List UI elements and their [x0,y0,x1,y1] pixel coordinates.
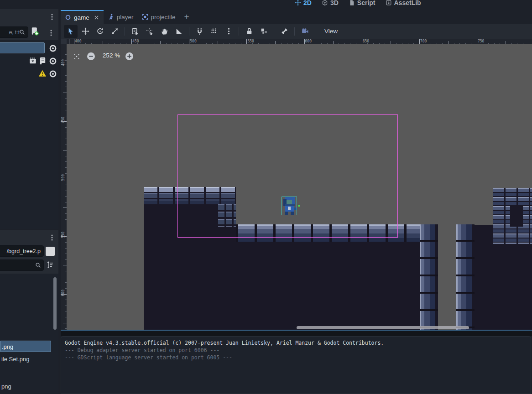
grid-snap-button[interactable] [207,25,221,38]
file-list-scrollbar-thumb[interactable] [53,277,57,330]
h-ruler-label: 650 [363,39,369,43]
player-runner-icon [108,14,114,20]
view-menu-button[interactable]: View [318,28,344,35]
canvas-horizontal-scrollbar[interactable] [297,326,469,329]
toolbar-separator [125,27,125,36]
workspace-switcher: 2D3DScriptAssetLib [292,0,424,9]
rotate-button[interactable] [93,25,107,38]
group-button[interactable] [257,25,271,38]
script-workspace-icon [349,0,355,6]
zoom-in-button[interactable] [125,52,134,61]
filesystem-dock: .pngile Set.pngpng [0,230,58,394]
filesystem-path-input[interactable] [0,245,44,257]
tilemap-pit-right-column [456,224,475,330]
output-log: Godot Engine v4.3.stable.official (c) 20… [65,339,527,361]
snap-options-dots-button[interactable] [222,25,235,38]
pan-hand-button[interactable] [157,25,171,38]
smart-snap-magnet-button[interactable] [193,25,206,38]
workspace-2d-icon [295,0,301,6]
player-selection-box [282,197,297,215]
scene-tab-label: game [74,14,89,21]
file-row[interactable]: png [0,381,51,392]
lock-button[interactable] [242,25,256,38]
script-icon [38,57,47,65]
h-ruler-label: 400 [75,39,81,43]
row-icons [29,57,47,65]
scene-tree-row[interactable] [0,67,58,79]
workspace-script-button[interactable]: Script [346,0,378,6]
camera-override-button[interactable] [298,25,312,38]
filesystem-dock-menu-button[interactable] [48,233,57,241]
file-list[interactable]: .pngile Set.pngpng [0,274,58,394]
file-row[interactable]: ile Set.png [0,353,51,365]
projectile-frame-icon [142,14,148,20]
scale-button[interactable] [108,25,121,38]
vertical-ruler: 400450500550600 [61,44,67,330]
v-ruler-label: 400 [61,59,65,66]
filesystem-toggle-split-button[interactable] [46,247,55,256]
toolbar-separator [294,27,295,36]
pivot-button[interactable] [143,25,156,38]
search-icon [19,29,25,35]
scene-tree-row[interactable] [0,42,58,54]
smart-snap-magnet-icon [196,27,203,35]
scene-tree[interactable] [0,40,58,229]
file-list-scrollbar[interactable] [53,274,57,394]
skeleton-bone-button[interactable] [277,25,291,38]
scene-tab-bar: gameplayerprojectile+ [61,10,532,24]
ruler-corner [61,39,67,44]
horizontal-ruler: 400450500550600650700750 [67,39,532,44]
selected-row-highlight [0,42,45,53]
canvas-toolbar: View [61,24,532,39]
scene-dock-menu-button[interactable] [48,12,57,21]
scene-node-circle-icon [65,14,71,21]
visibility-eye-button[interactable] [49,69,57,78]
scene-tab-projectile[interactable]: projectile [138,10,180,24]
workspace-3d-button[interactable]: 3D [319,0,341,6]
scene-tree-row[interactable] [0,55,58,67]
attach-script-button[interactable] [30,27,41,38]
main-menu-bar: 2D3DScriptAssetLib [0,0,532,9]
close-icon[interactable] [94,15,99,21]
ruler-button[interactable] [172,25,186,38]
group-icon [260,27,268,35]
h-ruler-label: 550 [247,39,254,43]
scene-tab-label: projectile [151,14,176,21]
center-view-button[interactable] [73,52,80,59]
scene-filter-menu-button[interactable] [47,28,56,36]
animated-sprite-icon [29,57,37,65]
visibility-eye-button[interactable] [49,57,57,65]
h-ruler-label: 450 [132,39,139,43]
skeleton-bone-icon [281,27,288,35]
visibility-eye-button[interactable] [49,44,57,52]
scene-filter-row [0,24,58,40]
add-scene-tab-button[interactable]: + [180,10,194,24]
eye-icon [49,44,57,52]
assetlib-icon [386,0,392,6]
scene-tab-label: player [117,14,134,21]
workspace-label: 3D [330,0,339,6]
workspace-assetlib-button[interactable]: AssetLib [383,0,424,6]
scene-dock [0,9,58,229]
scale-icon [111,27,119,35]
scene-tab-player[interactable]: player [104,10,138,24]
zoom-out-button[interactable] [87,52,95,61]
camera-region-rect [177,114,398,238]
canvas-2d[interactable]: 252 % [67,44,532,330]
v-ruler-label: 600 [61,290,65,296]
zoom-level-label: 252 % [99,52,123,59]
h-ruler-label: 700 [420,39,427,43]
tilemap-wall-notch [510,205,523,227]
row-icons [38,69,47,78]
panel-separator [61,331,532,336]
file-row[interactable]: .png [0,341,51,352]
move-button[interactable] [78,25,92,38]
workspace-label: 2D [303,0,312,6]
v-ruler-label: 450 [61,117,65,123]
scene-tab-game[interactable]: game [61,10,104,24]
sort-files-button[interactable] [46,260,55,270]
workspace-2d-button[interactable]: 2D [292,0,314,6]
select-arrow-button[interactable] [64,25,78,38]
select-list-button[interactable] [128,25,142,38]
pivot-icon [146,27,154,35]
